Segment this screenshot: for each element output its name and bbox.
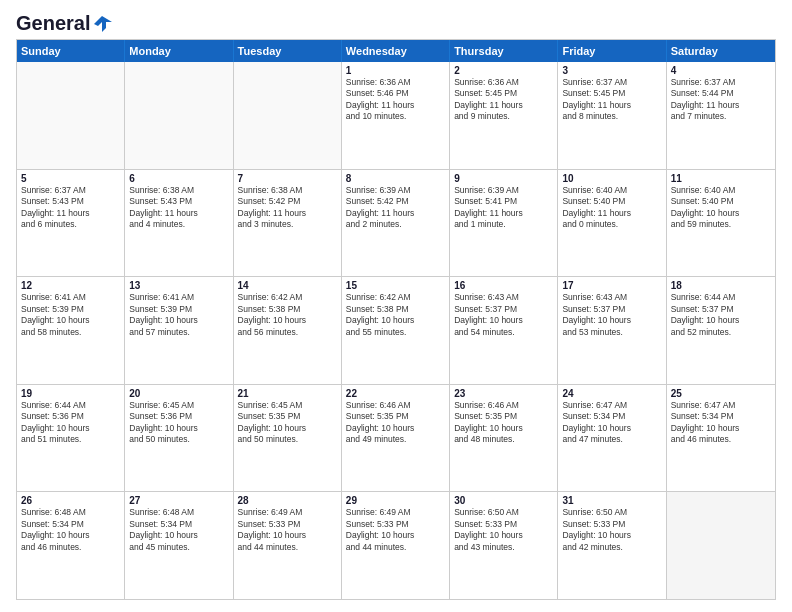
cell-content: Sunrise: 6:47 AM Sunset: 5:34 PM Dayligh… [562, 400, 661, 446]
day-number: 6 [129, 173, 228, 184]
calendar-cell: 28Sunrise: 6:49 AM Sunset: 5:33 PM Dayli… [234, 492, 342, 599]
calendar-cell: 22Sunrise: 6:46 AM Sunset: 5:35 PM Dayli… [342, 385, 450, 492]
cell-content: Sunrise: 6:50 AM Sunset: 5:33 PM Dayligh… [454, 507, 553, 553]
day-number: 18 [671, 280, 771, 291]
calendar-cell: 26Sunrise: 6:48 AM Sunset: 5:34 PM Dayli… [17, 492, 125, 599]
calendar-body: 1Sunrise: 6:36 AM Sunset: 5:46 PM Daylig… [17, 62, 775, 599]
day-number: 4 [671, 65, 771, 76]
cell-content: Sunrise: 6:49 AM Sunset: 5:33 PM Dayligh… [238, 507, 337, 553]
calendar-row: 19Sunrise: 6:44 AM Sunset: 5:36 PM Dayli… [17, 385, 775, 493]
day-number: 1 [346, 65, 445, 76]
weekday-header: Saturday [667, 40, 775, 62]
calendar-cell: 5Sunrise: 6:37 AM Sunset: 5:43 PM Daylig… [17, 170, 125, 277]
calendar-cell: 16Sunrise: 6:43 AM Sunset: 5:37 PM Dayli… [450, 277, 558, 384]
calendar-cell: 12Sunrise: 6:41 AM Sunset: 5:39 PM Dayli… [17, 277, 125, 384]
cell-content: Sunrise: 6:38 AM Sunset: 5:43 PM Dayligh… [129, 185, 228, 231]
day-number: 26 [21, 495, 120, 506]
cell-content: Sunrise: 6:47 AM Sunset: 5:34 PM Dayligh… [671, 400, 771, 446]
cell-content: Sunrise: 6:45 AM Sunset: 5:35 PM Dayligh… [238, 400, 337, 446]
calendar-row: 1Sunrise: 6:36 AM Sunset: 5:46 PM Daylig… [17, 62, 775, 170]
calendar-cell: 19Sunrise: 6:44 AM Sunset: 5:36 PM Dayli… [17, 385, 125, 492]
day-number: 15 [346, 280, 445, 291]
weekday-header: Wednesday [342, 40, 450, 62]
logo: General [16, 12, 112, 31]
calendar-cell: 14Sunrise: 6:42 AM Sunset: 5:38 PM Dayli… [234, 277, 342, 384]
calendar-cell [125, 62, 233, 169]
cell-content: Sunrise: 6:39 AM Sunset: 5:41 PM Dayligh… [454, 185, 553, 231]
weekday-header: Monday [125, 40, 233, 62]
day-number: 3 [562, 65, 661, 76]
calendar-row: 12Sunrise: 6:41 AM Sunset: 5:39 PM Dayli… [17, 277, 775, 385]
cell-content: Sunrise: 6:39 AM Sunset: 5:42 PM Dayligh… [346, 185, 445, 231]
cell-content: Sunrise: 6:43 AM Sunset: 5:37 PM Dayligh… [562, 292, 661, 338]
day-number: 20 [129, 388, 228, 399]
cell-content: Sunrise: 6:46 AM Sunset: 5:35 PM Dayligh… [454, 400, 553, 446]
calendar-cell: 9Sunrise: 6:39 AM Sunset: 5:41 PM Daylig… [450, 170, 558, 277]
day-number: 12 [21, 280, 120, 291]
day-number: 21 [238, 388, 337, 399]
day-number: 23 [454, 388, 553, 399]
weekday-header: Friday [558, 40, 666, 62]
calendar-cell: 30Sunrise: 6:50 AM Sunset: 5:33 PM Dayli… [450, 492, 558, 599]
weekday-header: Sunday [17, 40, 125, 62]
calendar-cell [17, 62, 125, 169]
calendar-cell: 29Sunrise: 6:49 AM Sunset: 5:33 PM Dayli… [342, 492, 450, 599]
calendar-cell: 3Sunrise: 6:37 AM Sunset: 5:45 PM Daylig… [558, 62, 666, 169]
calendar-cell: 1Sunrise: 6:36 AM Sunset: 5:46 PM Daylig… [342, 62, 450, 169]
day-number: 28 [238, 495, 337, 506]
cell-content: Sunrise: 6:41 AM Sunset: 5:39 PM Dayligh… [21, 292, 120, 338]
calendar-header: SundayMondayTuesdayWednesdayThursdayFrid… [17, 40, 775, 62]
calendar-cell: 13Sunrise: 6:41 AM Sunset: 5:39 PM Dayli… [125, 277, 233, 384]
cell-content: Sunrise: 6:37 AM Sunset: 5:43 PM Dayligh… [21, 185, 120, 231]
day-number: 2 [454, 65, 553, 76]
calendar-cell: 4Sunrise: 6:37 AM Sunset: 5:44 PM Daylig… [667, 62, 775, 169]
calendar-row: 26Sunrise: 6:48 AM Sunset: 5:34 PM Dayli… [17, 492, 775, 599]
day-number: 24 [562, 388, 661, 399]
calendar-cell: 20Sunrise: 6:45 AM Sunset: 5:36 PM Dayli… [125, 385, 233, 492]
cell-content: Sunrise: 6:36 AM Sunset: 5:46 PM Dayligh… [346, 77, 445, 123]
calendar-cell: 10Sunrise: 6:40 AM Sunset: 5:40 PM Dayli… [558, 170, 666, 277]
calendar-cell: 17Sunrise: 6:43 AM Sunset: 5:37 PM Dayli… [558, 277, 666, 384]
cell-content: Sunrise: 6:37 AM Sunset: 5:44 PM Dayligh… [671, 77, 771, 123]
calendar-cell [234, 62, 342, 169]
weekday-header: Tuesday [234, 40, 342, 62]
cell-content: Sunrise: 6:41 AM Sunset: 5:39 PM Dayligh… [129, 292, 228, 338]
day-number: 27 [129, 495, 228, 506]
day-number: 25 [671, 388, 771, 399]
day-number: 29 [346, 495, 445, 506]
day-number: 19 [21, 388, 120, 399]
day-number: 9 [454, 173, 553, 184]
calendar-row: 5Sunrise: 6:37 AM Sunset: 5:43 PM Daylig… [17, 170, 775, 278]
day-number: 7 [238, 173, 337, 184]
calendar: SundayMondayTuesdayWednesdayThursdayFrid… [16, 39, 776, 600]
logo-general: General [16, 12, 90, 35]
day-number: 10 [562, 173, 661, 184]
day-number: 17 [562, 280, 661, 291]
day-number: 30 [454, 495, 553, 506]
cell-content: Sunrise: 6:49 AM Sunset: 5:33 PM Dayligh… [346, 507, 445, 553]
cell-content: Sunrise: 6:40 AM Sunset: 5:40 PM Dayligh… [671, 185, 771, 231]
day-number: 8 [346, 173, 445, 184]
cell-content: Sunrise: 6:44 AM Sunset: 5:37 PM Dayligh… [671, 292, 771, 338]
day-number: 5 [21, 173, 120, 184]
calendar-cell: 15Sunrise: 6:42 AM Sunset: 5:38 PM Dayli… [342, 277, 450, 384]
calendar-cell: 25Sunrise: 6:47 AM Sunset: 5:34 PM Dayli… [667, 385, 775, 492]
cell-content: Sunrise: 6:42 AM Sunset: 5:38 PM Dayligh… [238, 292, 337, 338]
calendar-cell: 6Sunrise: 6:38 AM Sunset: 5:43 PM Daylig… [125, 170, 233, 277]
cell-content: Sunrise: 6:40 AM Sunset: 5:40 PM Dayligh… [562, 185, 661, 231]
cell-content: Sunrise: 6:48 AM Sunset: 5:34 PM Dayligh… [21, 507, 120, 553]
calendar-cell: 2Sunrise: 6:36 AM Sunset: 5:45 PM Daylig… [450, 62, 558, 169]
logo-bird-icon [92, 14, 112, 34]
day-number: 14 [238, 280, 337, 291]
day-number: 11 [671, 173, 771, 184]
calendar-cell: 23Sunrise: 6:46 AM Sunset: 5:35 PM Dayli… [450, 385, 558, 492]
day-number: 16 [454, 280, 553, 291]
calendar-cell: 7Sunrise: 6:38 AM Sunset: 5:42 PM Daylig… [234, 170, 342, 277]
weekday-header: Thursday [450, 40, 558, 62]
cell-content: Sunrise: 6:46 AM Sunset: 5:35 PM Dayligh… [346, 400, 445, 446]
calendar-cell: 18Sunrise: 6:44 AM Sunset: 5:37 PM Dayli… [667, 277, 775, 384]
cell-content: Sunrise: 6:37 AM Sunset: 5:45 PM Dayligh… [562, 77, 661, 123]
day-number: 31 [562, 495, 661, 506]
cell-content: Sunrise: 6:38 AM Sunset: 5:42 PM Dayligh… [238, 185, 337, 231]
page: General SundayMondayTuesdayWednesdayThur… [0, 0, 792, 612]
